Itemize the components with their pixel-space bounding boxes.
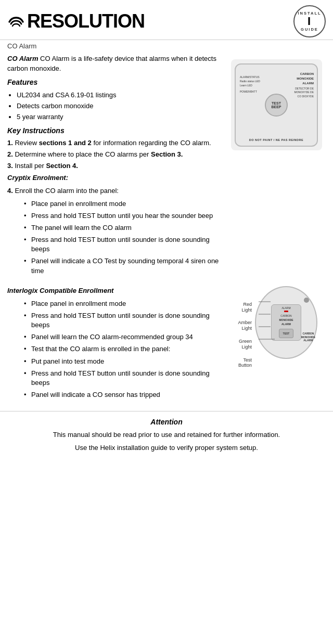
logo: RESOLUTION: [7, 10, 145, 32]
device-right-text: CARBON MONOXIDE ALARM: [301, 332, 315, 342]
list-item: Press and hold TEST button until sounder…: [24, 311, 223, 330]
cryptix-bullets: Place panel in enrollment mode Press and…: [17, 199, 223, 276]
page-header: RESOLUTION INSTALL I GUIDE: [0, 0, 333, 40]
cryptix-title: Cryptix Enrolment:: [7, 173, 223, 183]
list-item: 5 year warranty: [17, 112, 223, 122]
list-item: Place panel in enrollment mode: [24, 299, 223, 308]
bottom-section: Interlogix Compatible Enrollment Place p…: [0, 282, 333, 407]
left-column: CO Alarm CO Alarm is a life-safety devic…: [7, 54, 223, 279]
install-guide-badge: INSTALL I GUIDE: [293, 5, 326, 37]
list-item: Detects carbon monoxide: [17, 101, 223, 111]
list-item: Press and hold TEST button until you hea…: [24, 211, 223, 221]
badge-bottom-text: GUIDE: [301, 27, 318, 32]
list-item: Panel will indicate a CO sensor has trip…: [24, 390, 223, 400]
key-instructions-title: Key Instructions: [7, 125, 223, 136]
badge-letter: I: [308, 16, 312, 27]
test-button-label: TestButton: [227, 357, 252, 369]
instruction-3: 3. Install per Section 4.: [7, 162, 223, 170]
device-indicator-dot: [304, 298, 309, 303]
co-device-image-top: ALARM/STATUS Radio status LED Learn LED …: [231, 59, 322, 150]
device-bottom-text: DO NOT PAINT / NE PAS REINDRE: [249, 138, 303, 141]
list-item: Press and hold TEST button until sounder…: [24, 369, 223, 388]
amber-light-label: AmberLight: [227, 320, 252, 331]
right-column-bottom: RedLight AmberLight GreenLight TestButto…: [227, 286, 326, 403]
attention-section: Attention This manual should be read pri…: [0, 411, 333, 462]
list-item: Panel will indicate a CO Test by soundin…: [24, 256, 223, 275]
list-item: Put panel into test mode: [24, 357, 223, 366]
instruction-2: 2. Determine where to place the CO alarm…: [7, 150, 223, 158]
list-item: Test that the CO alarm is enrolled in th…: [24, 344, 223, 354]
page-subtitle: CO Alarm: [0, 40, 333, 51]
list-item: The panel will learn the CO alarm: [24, 223, 223, 233]
logo-wifi-icon: [7, 12, 25, 30]
attention-text-2: Use the Helix installation guide to veri…: [10, 443, 323, 453]
features-title: Features: [7, 77, 223, 87]
attention-text-1: This manual should be read prior to use …: [10, 430, 323, 440]
device-right-labels: CARBON MONOXIDE ALARM DETECTOR DE MONOXY…: [294, 72, 314, 99]
interlogix-title: Interlogix Compatible Enrollment: [7, 286, 223, 296]
device-drawing-top: ALARM/STATUS Radio status LED Learn LED …: [235, 63, 318, 147]
device-drawing-bottom: ALARM CARBON MONOXIDE ALARM TEST CARBON …: [255, 286, 317, 359]
device-diagram-bottom: RedLight AmberLight GreenLight TestButto…: [227, 286, 326, 368]
features-list: UL2034 and CSA 6.19-01 listings Detects …: [17, 91, 223, 122]
device-left-labels: ALARM/STATUS Radio status LED Learn LED …: [240, 75, 260, 94]
attention-title: Attention: [10, 417, 323, 427]
interlogix-section: Interlogix Compatible Enrollment Place p…: [7, 286, 223, 403]
green-light-label: GreenLight: [227, 339, 252, 350]
red-light-label: RedLight: [227, 302, 252, 313]
device-side-labels: RedLight AmberLight GreenLight TestButto…: [227, 302, 252, 368]
device-center-panel: ALARM CARBON MONOXIDE ALARM TEST: [271, 304, 301, 341]
list-item: Place panel in enrollment mode: [24, 199, 223, 209]
main-content: CO Alarm CO Alarm is a life-safety devic…: [0, 51, 333, 282]
list-item: Press and hold TEST button until sounder…: [24, 235, 223, 254]
interlogix-bullets: Place panel in enrollment mode Press and…: [17, 299, 223, 400]
co-alarm-intro: CO Alarm CO Alarm is a life-safety devic…: [7, 54, 223, 74]
device-test-button: TESTBEEP: [265, 94, 288, 117]
logo-label: RESOLUTION: [27, 10, 145, 32]
right-column-top: ALARM/STATUS Radio status LED Learn LED …: [227, 54, 326, 279]
list-item: Panel will learn the CO alarm-recommende…: [24, 332, 223, 342]
cryptix-intro: 4. Enroll the CO alarm into the panel:: [7, 186, 223, 196]
list-item: UL2034 and CSA 6.19-01 listings: [17, 91, 223, 100]
instruction-1: 1. Review sections 1 and 2 for informati…: [7, 139, 223, 147]
